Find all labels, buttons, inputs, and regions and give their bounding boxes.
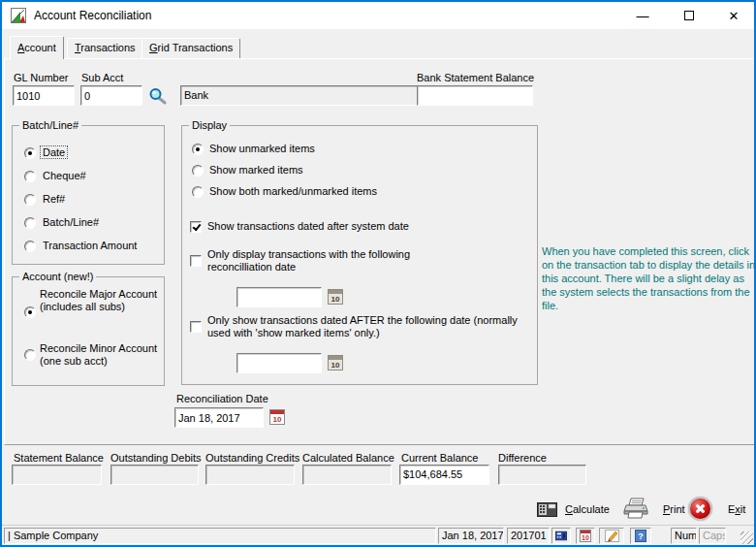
account-scope-group: Account (new!) Reconcile Major Account (…	[12, 276, 165, 386]
batch-line-group-title: Batch/Line#	[19, 119, 81, 131]
status-calculator-button[interactable]	[551, 528, 571, 544]
print-button-label: Print	[663, 503, 685, 515]
outstanding-credits-field	[205, 465, 295, 485]
radio-show-unmarked[interactable]	[192, 144, 204, 155]
current-balance-field: $104,684.55	[399, 465, 489, 485]
account-scope-group-title: Account (new!)	[19, 271, 96, 282]
radio-sort-cheque-label[interactable]: Cheque#	[43, 170, 86, 181]
print-button[interactable]: Print	[622, 498, 685, 520]
resize-grip[interactable]	[740, 531, 753, 544]
account-reconciliation-window: Account Reconciliation — ✕ Account Trans…	[0, 0, 756, 547]
calculate-button[interactable]: Calculate	[537, 500, 610, 517]
status-caps-lock: Caps	[699, 528, 726, 544]
batch-line-group: Batch/Line# Date Cheque# Ref# Batch/Line…	[12, 125, 165, 265]
radio-reconcile-major-label[interactable]: Reconcile Major Account (includes all su…	[40, 288, 158, 313]
gl-number-input[interactable]	[13, 85, 75, 106]
tab-grid-transactions[interactable]: Grid Transactions	[142, 38, 240, 58]
exit-icon	[688, 497, 712, 521]
difference-field	[498, 465, 586, 485]
status-period-panel: 201701	[507, 528, 550, 544]
title-bar: Account Reconciliation — ✕	[2, 2, 754, 29]
bank-statement-balance-label: Bank Statement Balance	[417, 72, 534, 83]
calculator-icon	[537, 500, 557, 517]
radio-reconcile-major[interactable]	[24, 306, 36, 318]
radio-sort-date[interactable]	[24, 147, 36, 159]
maximize-button[interactable]	[667, 2, 711, 29]
statement-balance-field	[12, 465, 102, 485]
calculator-icon	[555, 531, 567, 541]
printer-icon	[622, 498, 649, 520]
window-title: Account Reconciliation	[34, 9, 151, 22]
calculated-balance-label: Calculated Balance	[302, 452, 394, 464]
minimize-button[interactable]: —	[620, 2, 665, 29]
radio-sort-batch-line[interactable]	[24, 217, 36, 229]
calendar-icon[interactable]: 10	[328, 355, 343, 370]
exit-button-label: Exit	[728, 503, 745, 515]
radio-sort-transaction-amount[interactable]	[24, 241, 36, 252]
gl-number-label: GL Number	[14, 72, 68, 83]
status-calendar-button[interactable]: 10	[576, 528, 595, 544]
radio-sort-batch-line-label[interactable]: Batch/Line#	[43, 216, 99, 228]
radio-show-both-label[interactable]: Show both marked/unmarked items	[209, 185, 377, 197]
outstanding-debits-field	[110, 465, 199, 485]
calculated-balance-field	[302, 465, 392, 485]
sub-acct-input[interactable]	[80, 85, 142, 106]
sub-acct-label: Sub Acct	[81, 72, 123, 83]
radio-sort-cheque[interactable]	[24, 171, 36, 182]
radio-sort-date-label[interactable]: Date	[41, 146, 67, 158]
reconciliation-date-label: Reconciliation Date	[176, 393, 268, 404]
checkbox-recon-date-filter[interactable]	[190, 255, 202, 267]
status-date-panel: Jan 18, 2017	[438, 528, 504, 544]
status-notes-button[interactable]	[599, 528, 624, 544]
recon-date-filter-input[interactable]	[236, 287, 322, 307]
checkbox-after-date-filter-label[interactable]: Only show transactions dated AFTER the f…	[207, 314, 527, 339]
close-button[interactable]: ✕	[711, 2, 756, 29]
outstanding-credits-label: Outstanding Credits	[205, 452, 299, 464]
radio-sort-ref[interactable]	[24, 194, 36, 206]
help-icon: ?	[635, 530, 646, 542]
calendar-icon[interactable]: 10	[328, 289, 343, 305]
status-bar: | Sample Company Jan 18, 2017 201701 10 …	[2, 525, 754, 545]
status-company-panel: | Sample Company	[4, 528, 436, 544]
statement-balance-label: Statement Balance	[14, 452, 104, 464]
exit-button[interactable]: Exit	[688, 497, 745, 521]
chart-icon	[11, 8, 26, 23]
difference-label: Difference	[498, 452, 547, 464]
maximize-icon	[684, 11, 694, 20]
calculate-button-label: Calculate	[565, 503, 610, 515]
calendar-icon[interactable]: 10	[269, 409, 285, 425]
checkbox-after-system-date-label[interactable]: Show transactions dated after system dat…	[207, 220, 409, 232]
checkbox-after-system-date[interactable]	[190, 221, 202, 233]
radio-show-marked[interactable]	[192, 165, 204, 177]
display-group: Display Show unmarked items Show marked …	[181, 125, 538, 385]
status-num-lock: Num	[671, 528, 697, 544]
checkbox-recon-date-filter-label[interactable]: Only display transactions with the follo…	[207, 248, 461, 274]
radio-reconcile-minor[interactable]	[24, 349, 36, 361]
display-group-title: Display	[189, 119, 230, 131]
radio-sort-transaction-amount-label[interactable]: Transaction Amount	[43, 240, 137, 251]
radio-show-unmarked-label[interactable]: Show unmarked items	[209, 143, 315, 154]
tab-transactions[interactable]: Transactions	[67, 38, 143, 58]
radio-show-marked-label[interactable]: Show marked items	[209, 164, 303, 176]
minimize-icon: —	[637, 9, 649, 23]
reconciliation-date-input[interactable]	[174, 407, 264, 428]
help-text: When you have completed this screen, cli…	[542, 244, 756, 312]
radio-sort-ref-label[interactable]: Ref#	[43, 193, 65, 205]
close-icon: ✕	[729, 9, 740, 23]
current-balance-label: Current Balance	[401, 452, 479, 464]
tab-account[interactable]: Account	[10, 36, 64, 59]
pencil-note-icon	[605, 530, 619, 542]
status-help-button[interactable]: ?	[630, 528, 651, 544]
radio-show-both[interactable]	[192, 186, 204, 198]
outstanding-debits-label: Outstanding Debits	[110, 452, 202, 464]
bank-statement-balance-input[interactable]	[417, 85, 533, 106]
magnifier-icon[interactable]	[148, 87, 167, 106]
calendar-icon: 10	[580, 530, 591, 542]
checkbox-after-date-filter[interactable]	[190, 321, 202, 333]
radio-reconcile-minor-label[interactable]: Reconcile Minor Account (one sub acct)	[40, 342, 164, 368]
after-date-filter-input[interactable]	[236, 353, 322, 373]
